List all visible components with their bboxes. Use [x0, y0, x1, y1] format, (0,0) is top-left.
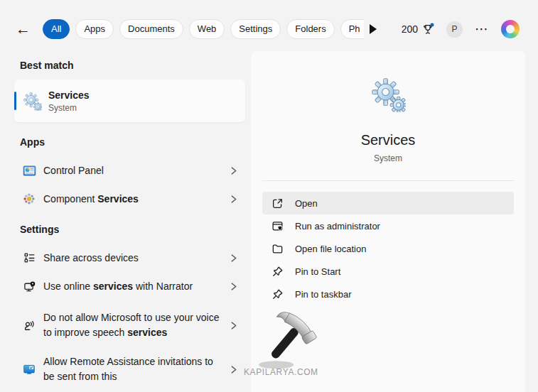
- apps-header: Apps: [20, 136, 245, 148]
- admin-shield-icon: [271, 220, 284, 232]
- filter-tabs: All Apps Documents Web Settings Folders …: [43, 15, 364, 43]
- action-list: Open Run as administrator: [262, 192, 514, 305]
- windows-search-window: ← All Apps Documents Web Settings Folder…: [0, 0, 538, 392]
- control-panel-icon: [21, 164, 37, 178]
- result-label: Do not allow Microsoft to use your voice…: [43, 310, 225, 340]
- back-arrow-icon: ←: [16, 21, 31, 37]
- rewards-trophy-icon: [421, 23, 434, 36]
- divider: [262, 180, 514, 181]
- selection-accent-bar: [14, 92, 16, 110]
- search-filter-bar: ← All Apps Documents Web Settings Folder…: [0, 9, 538, 50]
- chevron-right-icon[interactable]: [229, 321, 238, 330]
- result-label: Component Services: [43, 192, 225, 207]
- topbar-right-cluster: 200 P ⋯: [402, 20, 520, 38]
- action-open[interactable]: Open: [262, 192, 514, 214]
- result-control-panel[interactable]: Control Panel: [14, 156, 245, 185]
- preview-subtitle: System: [251, 153, 525, 163]
- result-speech-services-privacy[interactable]: Do not allow Microsoft to use your voice…: [14, 305, 245, 346]
- rewards-button[interactable]: 200: [402, 23, 434, 36]
- action-pin-to-start[interactable]: Pin to Start: [262, 260, 514, 283]
- watermark-text: KAPILARYA.COM: [244, 367, 318, 377]
- preview-title: Services: [251, 132, 525, 148]
- preview-panel: Services System Open: [251, 51, 525, 392]
- result-remote-assistance[interactable]: Allow Remote Assistance invitations to b…: [14, 349, 245, 390]
- narrator-monitor-icon: [21, 281, 37, 293]
- result-narrator-online-services[interactable]: Use online services with Narrator: [14, 272, 245, 300]
- chevron-right-icon[interactable]: [229, 195, 238, 204]
- result-label: Allow Remote Assistance invitations to b…: [43, 354, 225, 384]
- back-button[interactable]: ←: [16, 20, 34, 38]
- action-pin-to-taskbar[interactable]: Pin to taskbar: [262, 283, 514, 305]
- copilot-icon[interactable]: [501, 20, 520, 38]
- filter-tab-folders[interactable]: Folders: [286, 19, 334, 39]
- rewards-points: 200: [402, 23, 418, 35]
- avatar-letter: P: [451, 24, 457, 34]
- open-external-icon: [271, 197, 284, 209]
- pin-icon: [271, 288, 284, 300]
- filter-tab-settings[interactable]: Settings: [230, 19, 281, 39]
- result-label: Use online services with Narrator: [43, 279, 225, 294]
- action-label: Run as administrator: [295, 221, 380, 232]
- result-label: Share across devices: [43, 251, 225, 266]
- more-options-icon[interactable]: ⋯: [475, 26, 489, 33]
- filter-tab-photos-clipped[interactable]: Ph: [340, 19, 364, 39]
- action-run-as-administrator[interactable]: Run as administrator: [262, 214, 514, 237]
- folder-icon: [271, 243, 284, 255]
- component-services-icon: [21, 192, 37, 205]
- filter-tab-apps[interactable]: Apps: [75, 19, 114, 39]
- filter-tab-all[interactable]: All: [43, 19, 70, 39]
- hammer-logo: [257, 308, 322, 371]
- chevron-right-icon[interactable]: [229, 282, 238, 291]
- result-share-across-devices[interactable]: Share across devices: [14, 244, 245, 272]
- action-label: Pin to taskbar: [295, 289, 352, 300]
- user-avatar[interactable]: P: [446, 21, 463, 38]
- best-match-result-services[interactable]: Services System: [14, 80, 245, 122]
- best-match-text: Services System: [48, 89, 90, 113]
- result-component-services[interactable]: Component Services: [14, 185, 245, 213]
- pin-icon: [271, 266, 284, 278]
- best-match-subtitle: System: [48, 103, 90, 113]
- filter-tab-web[interactable]: Web: [189, 19, 225, 39]
- checklist-icon: [21, 252, 37, 264]
- action-label: Open: [295, 198, 318, 209]
- remote-assistance-icon: [21, 363, 37, 376]
- action-open-file-location[interactable]: Open file location: [262, 237, 514, 260]
- voice-speech-icon: [21, 320, 37, 332]
- services-gears-icon-large: [370, 77, 406, 112]
- action-label: Open file location: [295, 244, 366, 254]
- best-match-title: Services: [48, 89, 90, 101]
- search-results-list: Best match Services System Apps: [14, 54, 245, 390]
- result-label: Control Panel: [43, 163, 225, 178]
- settings-header: Settings: [20, 224, 245, 235]
- action-label: Pin to Start: [295, 266, 340, 277]
- chevron-right-icon[interactable]: [229, 166, 238, 175]
- services-gears-icon: [23, 92, 42, 111]
- chevron-right-icon[interactable]: [229, 365, 238, 374]
- chevron-right-icon[interactable]: [229, 254, 238, 263]
- more-filters-arrow-icon[interactable]: [370, 24, 377, 34]
- filter-tab-documents[interactable]: Documents: [119, 19, 183, 39]
- best-match-header: Best match: [20, 60, 245, 71]
